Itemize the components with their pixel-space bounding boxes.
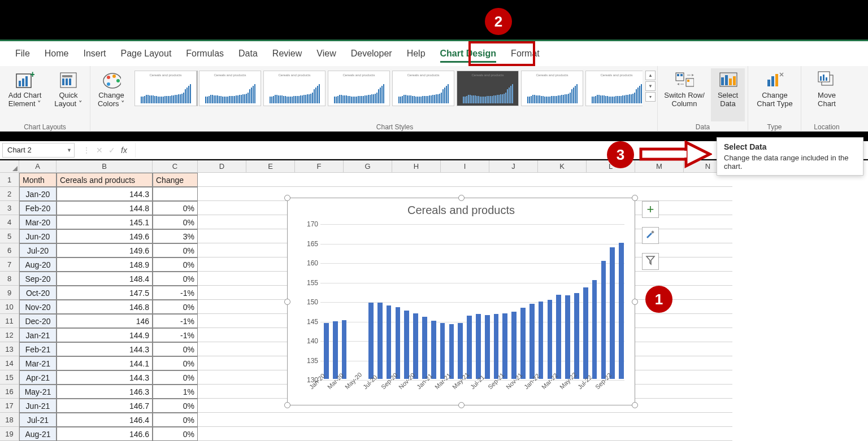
cell[interactable]: Oct-20 bbox=[19, 286, 57, 300]
name-box[interactable]: Chart 2 ▼ bbox=[2, 143, 75, 158]
cell[interactable]: 0% bbox=[153, 399, 198, 413]
column-header[interactable]: A bbox=[19, 160, 57, 173]
cell[interactable]: 0% bbox=[153, 342, 198, 356]
tab-home[interactable]: Home bbox=[37, 41, 76, 66]
cell[interactable]: Aug-20 bbox=[19, 257, 57, 272]
tab-developer[interactable]: Developer bbox=[344, 41, 400, 66]
cell[interactable]: Cereals and products bbox=[57, 173, 153, 187]
cell[interactable]: Dec-20 bbox=[19, 314, 57, 328]
cell[interactable]: 149.6 bbox=[57, 229, 153, 243]
cell[interactable]: Feb-21 bbox=[19, 342, 57, 356]
chart-elements-button[interactable]: + bbox=[642, 201, 659, 218]
chart-bar[interactable] bbox=[431, 321, 436, 379]
cell[interactable]: 145.1 bbox=[57, 215, 153, 229]
cell[interactable]: 148.4 bbox=[57, 272, 153, 286]
row-header[interactable]: 15 bbox=[0, 370, 19, 385]
row-header[interactable]: 19 bbox=[0, 427, 19, 441]
change-chart-type-button[interactable]: Change Chart Type bbox=[750, 68, 799, 108]
chart-style-thumb[interactable]: Cereals and products bbox=[263, 71, 326, 106]
column-header[interactable]: G bbox=[344, 160, 392, 173]
tab-chart-design[interactable]: Chart Design bbox=[433, 41, 504, 66]
cell[interactable]: Jul-21 bbox=[19, 413, 57, 427]
embedded-chart[interactable]: Cereals and products 1301351401451501551… bbox=[287, 198, 635, 405]
select-data-button[interactable]: Select Data bbox=[711, 68, 745, 121]
row-header[interactable]: 3 bbox=[0, 201, 19, 215]
row-header[interactable]: 1 bbox=[0, 173, 19, 187]
chart-bar[interactable] bbox=[574, 293, 579, 379]
column-header[interactable]: I bbox=[441, 160, 489, 173]
chart-bar[interactable] bbox=[556, 295, 561, 379]
tab-formulas[interactable]: Formulas bbox=[179, 41, 231, 66]
chart-bar[interactable] bbox=[368, 303, 374, 379]
chart-styles-gallery[interactable]: Cereals and productsCereals and products… bbox=[134, 71, 643, 106]
chart-style-thumb[interactable]: Cereals and products bbox=[585, 71, 643, 106]
row-header[interactable]: 12 bbox=[0, 328, 19, 342]
cell[interactable]: 3% bbox=[153, 229, 198, 243]
tab-view[interactable]: View bbox=[309, 41, 343, 66]
cell[interactable]: 146.3 bbox=[57, 385, 153, 399]
tab-file[interactable]: File bbox=[8, 41, 37, 66]
chart-bar[interactable] bbox=[449, 324, 454, 379]
add-chart-element-button[interactable]: + Add Chart Element ˅ bbox=[3, 68, 46, 108]
chart-bar[interactable] bbox=[494, 314, 499, 379]
cell[interactable]: 0% bbox=[153, 243, 198, 257]
cell[interactable]: May-21 bbox=[19, 385, 57, 399]
tab-review[interactable]: Review bbox=[265, 41, 309, 66]
resize-handle[interactable] bbox=[632, 402, 638, 408]
chart-styles-more[interactable]: ▾ bbox=[645, 92, 656, 102]
row-header[interactable]: 8 bbox=[0, 272, 19, 286]
cell[interactable]: Mar-21 bbox=[19, 356, 57, 370]
chart-bar[interactable] bbox=[601, 261, 606, 379]
cell[interactable]: 144.3 bbox=[57, 342, 153, 356]
cell[interactable]: 0% bbox=[153, 356, 198, 370]
chart-style-thumb[interactable]: Cereals and products bbox=[328, 71, 390, 106]
cell[interactable]: 0% bbox=[153, 272, 198, 286]
cell[interactable]: Apr-21 bbox=[19, 370, 57, 385]
chart-bar[interactable] bbox=[610, 247, 615, 379]
switch-row-column-button[interactable]: Switch Row/ Column bbox=[660, 68, 709, 108]
row-header[interactable]: 6 bbox=[0, 243, 19, 257]
row-header[interactable]: 10 bbox=[0, 300, 19, 314]
chart-style-thumb[interactable]: Cereals and products bbox=[521, 71, 583, 106]
cell[interactable]: 0% bbox=[153, 300, 198, 314]
change-colors-button[interactable]: Change Colors ˅ bbox=[92, 68, 131, 108]
cell[interactable]: Mar-20 bbox=[19, 215, 57, 229]
cancel-icon[interactable]: ✕ bbox=[96, 146, 103, 155]
cell[interactable]: 1% bbox=[153, 385, 198, 399]
row-header[interactable]: 18 bbox=[0, 413, 19, 427]
column-header[interactable]: D bbox=[198, 160, 246, 173]
fx-icon[interactable]: fx bbox=[121, 146, 127, 155]
resize-handle[interactable] bbox=[458, 195, 465, 201]
cell[interactable]: Jan-20 bbox=[19, 187, 57, 201]
resize-handle[interactable] bbox=[458, 402, 465, 408]
chart-styles-spinner[interactable]: ▲ ▼ ▾ bbox=[645, 71, 656, 106]
chart-bar[interactable] bbox=[413, 313, 418, 379]
chart-bar[interactable] bbox=[530, 304, 535, 379]
chart-bar[interactable] bbox=[440, 323, 445, 379]
column-header[interactable]: C bbox=[153, 160, 198, 173]
chart-bar[interactable] bbox=[476, 314, 481, 379]
cell[interactable]: Jun-21 bbox=[19, 399, 57, 413]
cell[interactable]: Jul-20 bbox=[19, 243, 57, 257]
cell[interactable]: 146 bbox=[57, 314, 153, 328]
chart-bar[interactable] bbox=[404, 311, 409, 379]
chart-bar[interactable] bbox=[342, 320, 347, 379]
cell[interactable]: -1% bbox=[153, 314, 198, 328]
select-all-corner[interactable] bbox=[0, 160, 19, 173]
chart-bar[interactable] bbox=[619, 243, 624, 379]
cell[interactable]: 149.6 bbox=[57, 243, 153, 257]
column-header[interactable]: K bbox=[538, 160, 587, 173]
chart-bar[interactable] bbox=[377, 303, 383, 379]
resize-handle[interactable] bbox=[632, 195, 638, 201]
cell[interactable]: 146.7 bbox=[57, 399, 153, 413]
chart-style-thumb[interactable]: Cereals and products bbox=[134, 71, 197, 106]
tab-page-layout[interactable]: Page Layout bbox=[113, 41, 179, 66]
cell[interactable]: Jun-20 bbox=[19, 229, 57, 243]
cell[interactable]: -1% bbox=[153, 328, 198, 342]
chart-bar[interactable] bbox=[485, 315, 490, 379]
row-header[interactable]: 2 bbox=[0, 187, 19, 201]
resize-handle[interactable] bbox=[284, 299, 290, 305]
chart-bar[interactable] bbox=[520, 308, 526, 379]
resize-handle[interactable] bbox=[284, 402, 290, 408]
row-header[interactable]: 11 bbox=[0, 314, 19, 328]
